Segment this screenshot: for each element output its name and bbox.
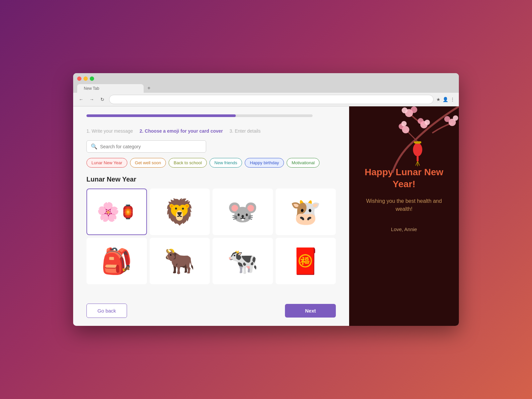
tag-new-friends[interactable]: New friends: [209, 158, 242, 168]
browser-content: 1. Write your message 2. Choose a emoji …: [73, 106, 459, 326]
footer-buttons: Go back Next: [86, 304, 336, 318]
svg-line-17: [418, 161, 420, 166]
active-tab[interactable]: New Tab: [77, 84, 144, 93]
go-back-button[interactable]: Go back: [86, 304, 127, 318]
tag-get-well-soon[interactable]: Get well soon: [130, 158, 166, 168]
emoji-cell-2[interactable]: 🦁: [150, 189, 210, 235]
category-tags: Lunar New Year Get well soon Back to sch…: [86, 158, 336, 168]
back-nav-button[interactable]: ←: [77, 95, 85, 103]
right-panel-subtitle: Wishing you the best health and wealth!: [359, 197, 449, 213]
left-panel: 1. Write your message 2. Choose a emoji …: [73, 106, 349, 326]
tag-motivational[interactable]: Motivational: [287, 158, 320, 168]
browser-chrome: New Tab +: [73, 73, 459, 93]
svg-point-5: [453, 115, 458, 121]
tab-bar: New Tab +: [77, 83, 455, 93]
step-1: 1. Write your message: [86, 128, 133, 134]
svg-point-11: [425, 120, 430, 125]
cherry-branch-decoration: [366, 106, 459, 173]
emoji-grid: 🌸🏮 🦁 🐭 🐮 🎒 🐂 🐄 🧧: [86, 189, 336, 284]
emoji-cell-4[interactable]: 🐮: [276, 189, 336, 235]
emoji-cell-5[interactable]: 🎒: [86, 238, 147, 284]
tag-happy-birthday[interactable]: Happy birthday: [245, 158, 284, 168]
steps: 1. Write your message 2. Choose a emoji …: [86, 128, 336, 134]
emoji-cell-3[interactable]: 🐭: [212, 189, 273, 235]
emoji-cell-7[interactable]: 🐄: [212, 238, 273, 284]
new-tab-button[interactable]: +: [144, 83, 154, 93]
emoji-cell-1[interactable]: 🌸🏮: [86, 189, 147, 235]
toolbar-icons: ★ 👤 ⋮: [436, 97, 455, 102]
svg-point-8: [401, 121, 407, 126]
tag-lunar-new-year[interactable]: Lunar New Year: [86, 158, 127, 168]
emoji-cell-6[interactable]: 🐂: [150, 238, 210, 284]
reload-button[interactable]: ↻: [98, 95, 106, 103]
svg-point-1: [411, 106, 417, 113]
progress-bar-fill: [86, 114, 236, 117]
address-bar[interactable]: [109, 95, 434, 104]
traffic-lights: [77, 76, 455, 81]
svg-rect-15: [417, 156, 419, 161]
section-title: Lunar New Year: [86, 176, 336, 183]
step-2: 2. Choose a emoji for your card cover: [140, 128, 223, 134]
minimize-button[interactable]: [83, 76, 88, 81]
tag-back-to-school[interactable]: Back to school: [169, 158, 207, 168]
maximize-button[interactable]: [90, 76, 94, 81]
progress-bar-container: [86, 114, 336, 117]
svg-line-16: [416, 161, 418, 166]
svg-point-4: [444, 116, 450, 122]
right-panel-content: Happy Lunar New Year! Wishing you the be…: [349, 166, 459, 232]
emoji-cell-8[interactable]: 🧧: [276, 238, 336, 284]
search-bar[interactable]: 🔍: [86, 140, 206, 153]
svg-point-2: [402, 107, 408, 113]
step-3: 3. Enter details: [229, 128, 260, 134]
svg-point-13: [413, 143, 422, 156]
progress-bar-track: [86, 114, 313, 117]
star-icon[interactable]: ★: [436, 97, 441, 102]
forward-nav-button[interactable]: →: [88, 95, 96, 103]
profile-icon[interactable]: 👤: [443, 97, 448, 102]
browser-window: New Tab + ← → ↻ ★ 👤 ⋮ 1. Wri: [73, 73, 459, 326]
right-panel: Happy Lunar New Year! Wishing you the be…: [349, 106, 459, 326]
right-panel-signature: Love, Annie: [359, 226, 449, 232]
menu-icon[interactable]: ⋮: [450, 97, 455, 102]
tab-label: New Tab: [84, 86, 99, 91]
close-button[interactable]: [77, 76, 81, 81]
browser-toolbar: ← → ↻ ★ 👤 ⋮: [73, 93, 459, 106]
search-input[interactable]: [100, 144, 202, 149]
search-icon: 🔍: [91, 143, 97, 150]
svg-point-10: [418, 118, 424, 124]
next-button[interactable]: Next: [285, 304, 336, 318]
svg-rect-14: [415, 142, 420, 144]
